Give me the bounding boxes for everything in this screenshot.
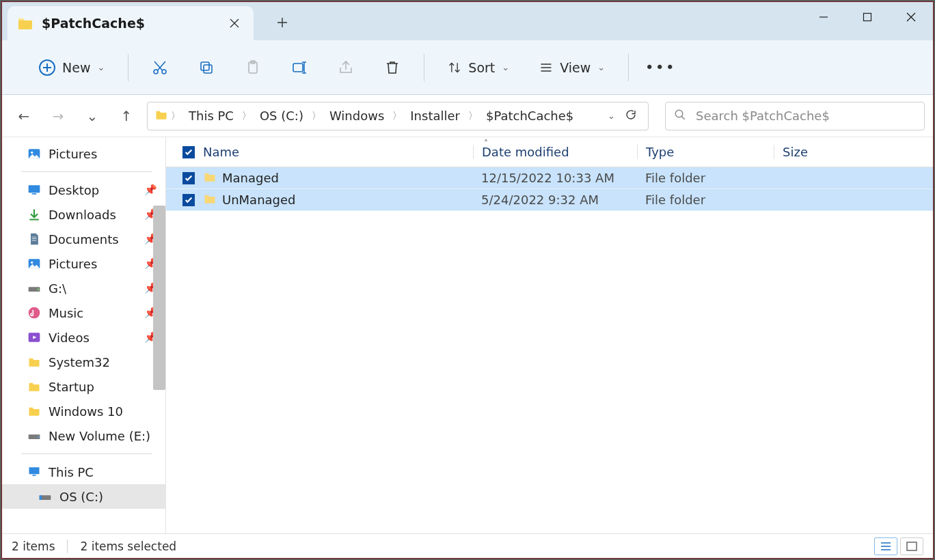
- sidebar-divider: [21, 453, 152, 454]
- large-icons-view-toggle[interactable]: [900, 537, 923, 555]
- picture-icon: [27, 146, 42, 161]
- svg-rect-21: [29, 467, 40, 474]
- forward-button[interactable]: →: [44, 102, 72, 130]
- close-button[interactable]: [889, 2, 933, 32]
- sidebar-item-new-volume-e[interactable]: New Volume (E:): [2, 423, 165, 448]
- svg-rect-0: [864, 14, 871, 21]
- sidebar-item-pictures-top[interactable]: Pictures: [2, 141, 165, 166]
- breadcrumb-item[interactable]: This PC: [183, 102, 239, 130]
- sidebar-item-downloads[interactable]: Downloads📌: [2, 202, 165, 227]
- new-label: New: [62, 60, 90, 75]
- delete-button[interactable]: [377, 53, 407, 83]
- breadcrumb-item[interactable]: OS (C:): [254, 102, 309, 130]
- status-item-count: 2 items: [12, 540, 55, 553]
- sidebar-item-music[interactable]: Music📌: [2, 300, 165, 325]
- explorer-window: $PatchCache$ New ⌄: [1, 1, 934, 559]
- chevron-down-icon: ⌄: [597, 62, 605, 72]
- sidebar-item-label: This PC: [49, 465, 94, 479]
- chevron-right-icon[interactable]: 〉: [241, 110, 253, 122]
- svg-point-10: [31, 152, 33, 154]
- sidebar-item-g-drive[interactable]: G:\📌: [2, 276, 165, 300]
- back-button[interactable]: ←: [10, 102, 38, 130]
- recent-locations-button[interactable]: ⌄: [79, 102, 106, 130]
- sidebar-item-windows10[interactable]: Windows 10: [2, 399, 165, 423]
- address-dropdown-button[interactable]: ⌄: [608, 111, 615, 121]
- svg-point-8: [675, 110, 683, 117]
- sidebar-item-label: System32: [49, 355, 110, 369]
- column-header-name[interactable]: Name: [203, 145, 473, 159]
- column-header-date[interactable]: Date modified: [473, 145, 637, 159]
- window-tab[interactable]: $PatchCache$: [8, 6, 254, 40]
- folder-icon: [203, 193, 217, 208]
- sidebar-scrollbar[interactable]: [153, 206, 165, 390]
- sidebar-item-documents[interactable]: Documents📌: [2, 227, 165, 251]
- sidebar-item-pictures[interactable]: Pictures📌: [2, 251, 165, 276]
- music-icon: [27, 305, 42, 320]
- new-button[interactable]: New ⌄: [32, 51, 111, 84]
- svg-point-20: [38, 436, 40, 438]
- svg-point-16: [38, 288, 40, 290]
- folder-icon: [27, 379, 42, 394]
- address-bar[interactable]: 〉 This PC 〉 OS (C:) 〉 Windows 〉 Installe…: [147, 102, 649, 130]
- svg-rect-24: [40, 495, 42, 500]
- file-date: 5/24/2022 9:32 AM: [473, 193, 637, 207]
- breadcrumb-item[interactable]: $PatchCache$: [480, 102, 579, 130]
- file-row[interactable]: Managed 12/15/2022 10:33 AM File folder: [166, 167, 933, 189]
- sidebar-item-this-pc[interactable]: This PC: [2, 460, 165, 484]
- sidebar-item-startup[interactable]: Startup: [2, 374, 165, 399]
- window-controls: [802, 2, 933, 32]
- search-input[interactable]: [696, 109, 916, 123]
- tab-title: $PatchCache$: [42, 16, 223, 31]
- folder-icon: [154, 109, 168, 124]
- navigation-pane: Pictures Desktop📌 Downloads📌 Documents📌 …: [2, 137, 166, 533]
- more-button[interactable]: •••: [645, 53, 675, 83]
- rename-button[interactable]: [284, 53, 314, 83]
- paste-button[interactable]: [238, 53, 268, 83]
- column-header-size[interactable]: Size: [774, 145, 933, 159]
- sidebar-item-videos[interactable]: Videos📌: [2, 325, 165, 350]
- pc-icon: [27, 464, 42, 479]
- sidebar-item-label: Windows 10: [49, 404, 123, 419]
- sort-label: Sort: [468, 60, 495, 75]
- status-bar: 2 items 2 items selected: [2, 533, 933, 558]
- refresh-button[interactable]: [625, 109, 637, 124]
- body: Pictures Desktop📌 Downloads📌 Documents📌 …: [2, 137, 933, 533]
- share-button[interactable]: [331, 53, 361, 83]
- chevron-right-icon[interactable]: 〉: [467, 110, 479, 122]
- desktop-icon: [27, 182, 42, 197]
- chevron-down-icon: ⌄: [97, 62, 105, 72]
- chevron-down-icon: ⌄: [502, 62, 509, 72]
- minimize-button[interactable]: [802, 2, 845, 32]
- select-all-checkbox[interactable]: [182, 146, 195, 158]
- up-button[interactable]: ↑: [113, 102, 140, 130]
- sort-button[interactable]: Sort ⌄: [441, 51, 516, 84]
- file-row[interactable]: UnManaged 5/24/2022 9:32 AM File folder: [166, 189, 933, 211]
- sidebar-item-label: G:\: [49, 281, 66, 296]
- svg-point-14: [31, 262, 33, 264]
- breadcrumb-item[interactable]: Windows: [324, 102, 390, 130]
- column-header-type[interactable]: Type: [637, 145, 774, 159]
- chevron-right-icon[interactable]: 〉: [170, 110, 182, 122]
- details-view-toggle[interactable]: [874, 537, 897, 555]
- search-box[interactable]: [665, 102, 925, 130]
- chevron-right-icon[interactable]: 〉: [310, 110, 323, 122]
- sidebar-item-label: Pictures: [49, 257, 97, 271]
- view-button[interactable]: View ⌄: [532, 51, 612, 84]
- copy-button[interactable]: [191, 53, 221, 83]
- new-tab-button[interactable]: [269, 9, 296, 36]
- sidebar-item-label: Videos: [49, 331, 90, 345]
- sidebar-item-desktop[interactable]: Desktop📌: [2, 178, 165, 202]
- breadcrumb-item[interactable]: Installer: [405, 102, 465, 130]
- sidebar-item-os-c[interactable]: OS (C:): [2, 484, 165, 509]
- sort-indicator-icon: ˄: [484, 139, 488, 148]
- chevron-right-icon[interactable]: 〉: [391, 110, 403, 122]
- row-checkbox[interactable]: [182, 194, 195, 206]
- row-checkbox[interactable]: [182, 172, 195, 184]
- drive-icon: [38, 489, 53, 504]
- video-icon: [27, 330, 42, 345]
- maximize-button[interactable]: [845, 2, 889, 32]
- sidebar-item-system32[interactable]: System32: [2, 350, 165, 374]
- tab-close-button[interactable]: [223, 12, 245, 34]
- drive-icon: [27, 281, 42, 296]
- cut-button[interactable]: [145, 53, 175, 83]
